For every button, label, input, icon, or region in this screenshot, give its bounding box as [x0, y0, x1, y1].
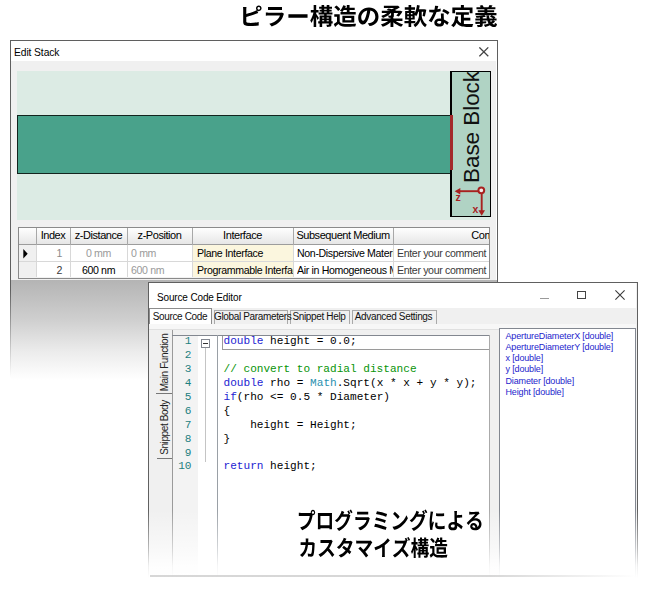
svg-text:x: x: [473, 203, 479, 215]
svg-text:z: z: [455, 191, 460, 203]
